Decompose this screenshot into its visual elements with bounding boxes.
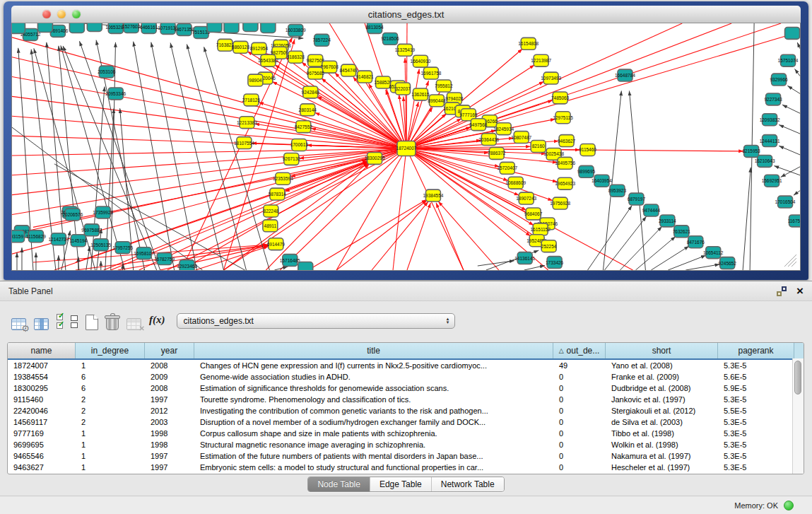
table-cell[interactable]: 2009	[145, 371, 194, 382]
column-header-title[interactable]: title	[194, 343, 553, 358]
table-cell[interactable]: 5.3E-5	[718, 416, 794, 428]
graph-node[interactable]: 14136141	[514, 252, 535, 264]
table-cell[interactable]: 18724007	[8, 360, 76, 371]
table-cell[interactable]: 9115460	[8, 394, 76, 405]
table-cell[interactable]: Estimation of the future numbers of pati…	[194, 450, 553, 462]
table-cell[interactable]: 2	[76, 394, 145, 405]
table-cell[interactable]: Genome-wide association studies in ADHD.	[194, 371, 553, 382]
table-cell[interactable]: 5.3E-5	[718, 394, 794, 405]
graph-node[interactable]: 16958107	[134, 247, 154, 259]
column-header-name[interactable]: name	[8, 343, 76, 358]
table-row[interactable]: 1830029562008Estimation of significance …	[8, 382, 804, 394]
table-cell[interactable]: 1	[76, 450, 145, 462]
graph-node[interactable]: 6466161	[140, 23, 158, 33]
graph-node[interactable]: 1527602	[122, 23, 141, 33]
graph-node[interactable]: 20364436	[478, 134, 499, 146]
memory-ok-icon[interactable]	[784, 501, 794, 510]
close-window-icon[interactable]	[42, 10, 51, 18]
zoom-window-icon[interactable]	[72, 10, 81, 18]
graph-node[interactable]: 12093832	[760, 114, 780, 126]
graph-node[interactable]: 16543382	[258, 54, 278, 66]
table-cell[interactable]: 6	[76, 371, 145, 382]
table-cell[interactable]: 2012	[145, 405, 194, 416]
graph-node[interactable]: 12213987	[531, 54, 551, 66]
graph-node[interactable]: 12975115	[553, 112, 573, 124]
table-cell[interactable]: 5.5E-5	[718, 405, 794, 416]
table-cell[interactable]: 5.3E-5	[718, 360, 794, 371]
table-row[interactable]: 946362711997Embryonic stem cells: a mode…	[8, 462, 804, 473]
table-cell[interactable]: 5.3E-5	[718, 439, 794, 450]
table-settings-icon[interactable]: ⚙	[11, 312, 26, 330]
graph-node[interactable]: 6914479	[267, 238, 286, 250]
graph-node[interactable]: 98904	[248, 74, 263, 86]
tab-node-table[interactable]: Node Table	[308, 477, 370, 491]
table-cell[interactable]: 9777169	[8, 428, 76, 439]
graph-node[interactable]: 9463627	[558, 135, 576, 147]
graph-node[interactable]: 2053106	[98, 66, 116, 78]
graph-node[interactable]: 8912954	[250, 42, 269, 54]
minimize-window-icon[interactable]	[57, 10, 66, 18]
table-cell[interactable]: 0	[553, 371, 606, 382]
graph-node[interactable]: 16151152	[530, 223, 551, 235]
table-cell[interactable]: Stergiakouli et al. (2012)	[606, 405, 718, 416]
graph-node[interactable]: 18245934	[493, 123, 514, 135]
table-cell[interactable]: 0	[553, 382, 606, 394]
graph-node[interactable]	[243, 23, 258, 31]
table-cell[interactable]: 22420046	[8, 405, 76, 416]
table-cell[interactable]: 0	[553, 405, 606, 416]
table-cell[interactable]: 18300295	[8, 382, 76, 394]
graph-node[interactable]: 12923468	[177, 260, 197, 270]
graph-node[interactable]: 9227343	[764, 93, 782, 105]
table-row[interactable]: 1938455462009Genome-wide association stu…	[8, 371, 804, 382]
graph-node[interactable]: 18907243	[516, 192, 536, 204]
table-cell[interactable]: de Silva et al. (2003)	[606, 416, 718, 428]
table-cell[interactable]: 0	[553, 462, 606, 473]
delete-table-icon[interactable]	[106, 312, 119, 330]
table-cell[interactable]: 1	[76, 360, 145, 371]
tab-network-table[interactable]: Network Table	[431, 477, 504, 491]
network-window-titlebar[interactable]: citations_edges.txt	[11, 6, 801, 23]
column-header-in-degree[interactable]: in_degree	[76, 343, 145, 358]
graph-node[interactable]: 12505135	[90, 239, 111, 251]
network-canvas[interactable]: 1405571220691406106532871527602646616110…	[11, 23, 801, 271]
graph-node[interactable]: 7955812	[435, 80, 453, 92]
graph-node[interactable]: 9242848	[302, 86, 320, 98]
graph-node[interactable]: 9899695	[577, 165, 596, 177]
graph-node[interactable]: 15720407	[497, 162, 517, 174]
table-cell[interactable]: 9465546	[8, 450, 76, 462]
graph-node[interactable]: 20953346	[105, 88, 126, 100]
graph-node[interactable]: 7632621	[673, 226, 691, 238]
graph-node[interactable]: 2803144	[299, 104, 317, 116]
graph-node[interactable]: 8953923	[608, 185, 627, 197]
table-cell[interactable]: 0	[553, 416, 606, 428]
select-all-checks-icon[interactable]	[57, 312, 63, 330]
table-cell[interactable]: 1	[76, 462, 145, 473]
table-cell[interactable]: Disruption of a novel member of a sodium…	[194, 416, 553, 428]
graph-node[interactable]: 9115460	[579, 144, 596, 156]
graph-node[interactable]	[207, 23, 222, 32]
table-cell[interactable]: 1998	[145, 428, 194, 439]
table-row[interactable]: 911546021997Tourette syndrome. Phenomeno…	[8, 394, 804, 405]
table-cell[interactable]: Changes of HCN gene expression and I(f) …	[194, 360, 553, 371]
graph-node[interactable]: 2933114	[659, 215, 676, 227]
table-cell[interactable]: 49	[553, 360, 606, 371]
graph-node[interactable]: 15692951	[762, 175, 782, 187]
graph-node[interactable]	[224, 23, 239, 33]
graph-node[interactable]: 6879197	[628, 193, 646, 205]
network-table-selector[interactable]: citations_edges.txt ▲▼	[177, 313, 455, 329]
graph-node[interactable]: 1733426	[546, 257, 564, 269]
network-canvas-svg[interactable]: 1405571220691406106532871527602646616110…	[12, 23, 800, 270]
table-cell[interactable]: 1	[76, 439, 145, 450]
table-cell[interactable]: Investigating the contribution of common…	[194, 405, 553, 416]
graph-node[interactable]: 1362615	[411, 88, 430, 100]
graph-node[interactable]: 19756928	[550, 197, 570, 209]
graph-node[interactable]: 12353594	[273, 173, 293, 185]
graph-node[interactable]: 8860128	[232, 41, 250, 53]
table-cell[interactable]: 1997	[145, 462, 194, 473]
graph-node[interactable]: 16154808	[518, 37, 539, 49]
graph-node[interactable]: 8990448	[428, 95, 446, 107]
table-cell[interactable]: 5.3E-5	[718, 462, 794, 473]
table-row[interactable]: 1456911722003Disruption of a novel membe…	[8, 416, 804, 428]
graph-node[interactable]: 10973493	[541, 72, 561, 84]
graph-node[interactable]: 16961758	[421, 67, 442, 79]
